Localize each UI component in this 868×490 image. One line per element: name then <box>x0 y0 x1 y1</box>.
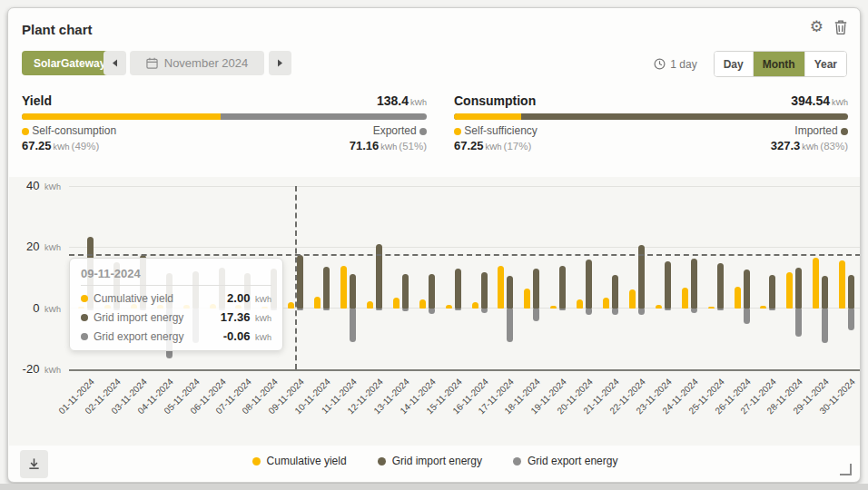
settings-gear-icon[interactable]: ⚙ <box>810 19 824 34</box>
bar-export-27-11-2024[interactable] <box>769 309 775 310</box>
bar-import-18-11-2024[interactable] <box>533 269 539 308</box>
bar-export-17-11-2024[interactable] <box>507 309 513 342</box>
bar-export-13-11-2024[interactable] <box>402 309 409 311</box>
clock-icon <box>654 58 666 70</box>
bar-export-28-11-2024[interactable] <box>795 309 802 337</box>
bar-import-13-11-2024[interactable] <box>402 274 409 309</box>
bar-export-15-11-2024[interactable] <box>455 309 461 310</box>
bar-yield-27-11-2024[interactable] <box>760 306 766 308</box>
bar-yield-09-11-2024[interactable] <box>288 302 294 309</box>
bar-yield-29-11-2024[interactable] <box>813 258 819 309</box>
bar-export-29-11-2024[interactable] <box>822 309 828 344</box>
tab-day[interactable]: Day <box>715 52 753 76</box>
exported-label: Exported <box>373 124 427 137</box>
bar-export-26-11-2024[interactable] <box>744 309 750 325</box>
bar-import-17-11-2024[interactable] <box>507 276 513 309</box>
bar-yield-22-11-2024[interactable] <box>629 289 636 309</box>
bar-yield-11-11-2024[interactable] <box>340 266 347 309</box>
gridline-40 <box>69 186 861 187</box>
bar-export-20-11-2024[interactable] <box>586 309 592 315</box>
bar-yield-13-11-2024[interactable] <box>393 298 399 309</box>
bar-import-29-11-2024[interactable] <box>822 276 828 308</box>
bar-import-16-11-2024[interactable] <box>481 272 488 309</box>
bar-yield-15-11-2024[interactable] <box>446 305 452 309</box>
legend-dot-icon <box>378 457 386 466</box>
imported-value: 327.3kWh(83%) <box>771 139 848 152</box>
yield-title: Yield <box>22 93 52 108</box>
bar-export-22-11-2024[interactable] <box>638 309 645 316</box>
olive-dot-icon <box>841 128 848 135</box>
consumption-bar-fill <box>454 113 521 120</box>
series-dot-icon <box>81 333 88 340</box>
bar-import-15-11-2024[interactable] <box>455 269 461 309</box>
bar-export-19-11-2024[interactable] <box>559 309 566 310</box>
consumption-total: 394.54kWh <box>791 93 848 108</box>
bar-export-23-11-2024[interactable] <box>665 309 671 310</box>
consumption-panel: Consumption 394.54kWh Self-sufficiency I… <box>454 93 848 152</box>
bar-yield-17-11-2024[interactable] <box>498 266 504 309</box>
yield-panel: Yield 138.4kWh Self-consumption Exported… <box>22 93 427 152</box>
legend-dot-icon <box>252 457 261 466</box>
bar-export-10-11-2024[interactable] <box>323 309 330 310</box>
bar-yield-10-11-2024[interactable] <box>314 297 321 309</box>
tooltip-row-2: Grid export energy-0.06 kWh <box>81 329 271 343</box>
bar-export-30-11-2024[interactable] <box>848 309 854 330</box>
bar-export-25-11-2024[interactable] <box>717 309 724 310</box>
bar-yield-12-11-2024[interactable] <box>367 301 373 309</box>
tooltip-series-label: Grid export energy <box>94 330 183 343</box>
yellow-dot-icon <box>22 128 29 135</box>
bar-export-12-11-2024[interactable] <box>376 309 382 310</box>
bar-yield-28-11-2024[interactable] <box>786 272 793 309</box>
gray-dot-icon <box>419 128 427 135</box>
tab-month[interactable]: Month <box>753 52 804 76</box>
bar-import-19-11-2024[interactable] <box>559 266 566 309</box>
bar-export-09-11-2024[interactable] <box>297 309 303 310</box>
prev-period-button[interactable] <box>104 51 126 75</box>
bar-import-20-11-2024[interactable] <box>586 260 592 309</box>
bar-yield-16-11-2024[interactable] <box>472 302 478 309</box>
date-picker-button[interactable]: November 2024 <box>130 51 264 75</box>
bar-yield-26-11-2024[interactable] <box>735 287 741 309</box>
bar-import-25-11-2024[interactable] <box>717 263 724 308</box>
bar-import-26-11-2024[interactable] <box>744 270 750 309</box>
bar-import-10-11-2024[interactable] <box>323 267 330 309</box>
bar-import-30-11-2024[interactable] <box>848 275 854 309</box>
legend-item-1[interactable]: Grid import energy <box>378 455 482 467</box>
tooltip-series-value: 2.00 kWh <box>227 291 271 305</box>
bar-yield-20-11-2024[interactable] <box>577 299 583 309</box>
chevron-left-icon <box>112 59 118 67</box>
bar-export-24-11-2024[interactable] <box>691 309 697 313</box>
self-consumption-label: Self-consumption <box>22 124 116 137</box>
self-sufficiency-value: 67.25kWh(17%) <box>454 139 531 152</box>
bar-import-23-11-2024[interactable] <box>665 261 671 309</box>
bar-import-09-11-2024[interactable] <box>297 255 303 308</box>
yield-bar-fill <box>22 113 221 120</box>
resize-handle-icon[interactable] <box>840 464 852 475</box>
bar-import-28-11-2024[interactable] <box>795 268 802 308</box>
bar-yield-18-11-2024[interactable] <box>524 289 530 309</box>
bar-export-16-11-2024[interactable] <box>481 309 488 313</box>
bar-import-24-11-2024[interactable] <box>691 259 697 309</box>
next-period-button[interactable] <box>269 51 291 75</box>
legend-item-0[interactable]: Cumulative yield <box>252 455 347 467</box>
bar-export-11-11-2024[interactable] <box>350 309 356 342</box>
delete-trash-icon[interactable] <box>834 20 847 34</box>
bar-yield-25-11-2024[interactable] <box>708 307 715 309</box>
bar-yield-30-11-2024[interactable] <box>839 260 845 308</box>
bar-import-11-11-2024[interactable] <box>350 274 356 309</box>
bar-export-18-11-2024[interactable] <box>533 309 539 321</box>
tab-year[interactable]: Year <box>804 52 846 76</box>
y-tick--20: -20 kWh <box>15 362 61 376</box>
bar-export-14-11-2024[interactable] <box>429 309 435 314</box>
bar-yield-19-11-2024[interactable] <box>550 306 557 308</box>
legend-item-2[interactable]: Grid export energy <box>513 455 617 467</box>
bar-export-21-11-2024[interactable] <box>612 309 618 315</box>
self-sufficiency-label: Self-sufficiency <box>454 124 538 137</box>
bar-import-14-11-2024[interactable] <box>429 274 435 309</box>
bar-yield-24-11-2024[interactable] <box>682 288 688 309</box>
bar-import-21-11-2024[interactable] <box>612 275 618 309</box>
bar-import-27-11-2024[interactable] <box>769 275 775 309</box>
bar-yield-21-11-2024[interactable] <box>603 298 609 309</box>
bar-yield-14-11-2024[interactable] <box>419 299 426 309</box>
bar-yield-23-11-2024[interactable] <box>656 305 662 309</box>
